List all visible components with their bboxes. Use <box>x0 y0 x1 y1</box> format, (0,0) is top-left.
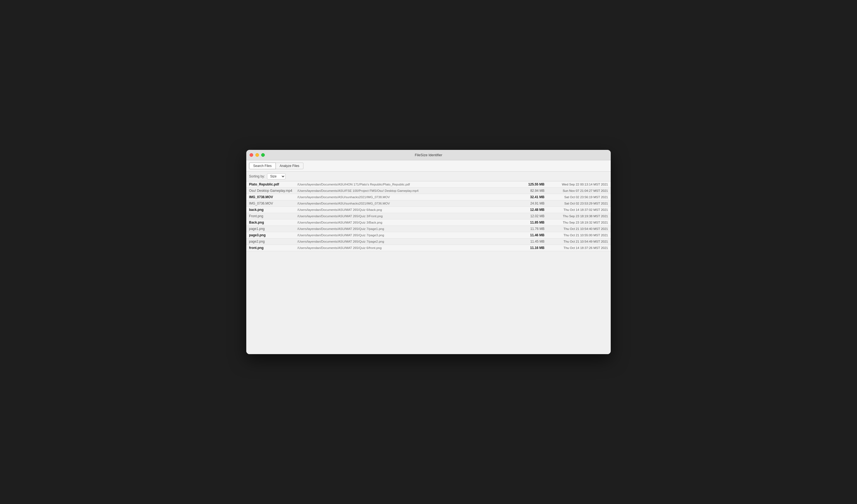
main-window: FileSize Identifier Search Files Analyze… <box>246 150 611 354</box>
table-row[interactable]: front.png/Users/layendan/Documents/ASU/M… <box>246 245 611 251</box>
file-date: Sat Oct 02 23:53:29 MST 2021 <box>544 202 608 205</box>
file-path: /Users/layendan/Documents/ASU/MAT 265/Qu… <box>297 215 520 218</box>
file-size: 32.41 MB <box>520 195 544 199</box>
maximize-button[interactable] <box>261 153 265 157</box>
table-row[interactable]: Front.png/Users/layendan/Documents/ASU/M… <box>246 213 611 219</box>
table-row[interactable]: IMG_0738.MOV/Users/layendan/Documents/AS… <box>246 194 611 200</box>
file-date: Thu Sep 23 18:19:38 MST 2021 <box>544 215 608 218</box>
minimize-button[interactable] <box>255 153 259 157</box>
tab-analyze-files[interactable]: Analyze Files <box>276 163 303 169</box>
tab-toolbar: Search Files Analyze Files <box>246 161 611 172</box>
file-path: /Users/layendan/Documents/ASU/MAT 265/Qu… <box>297 246 520 250</box>
file-date: Wed Sep 22 00:13:14 MST 2021 <box>544 183 608 186</box>
file-name: Plato_Republic.pdf <box>249 182 297 186</box>
file-date: Thu Sep 23 18:19:32 MST 2021 <box>544 221 608 224</box>
file-name: page1.png <box>249 227 297 231</box>
file-date: Thu Oct 14 18:37:02 MST 2021 <box>544 208 608 212</box>
file-size: 11.46 MB <box>520 233 544 237</box>
file-name: Front.png <box>249 214 297 218</box>
file-date: Sat Oct 02 23:56:19 MST 2021 <box>544 196 608 199</box>
table-row[interactable]: Back.png/Users/layendan/Documents/ASU/MA… <box>246 219 611 226</box>
file-date: Thu Oct 21 10:54:40 MST 2021 <box>544 227 608 231</box>
file-path: /Users/layendan/Documents/ASU/MAT 265/Qu… <box>297 234 520 237</box>
file-size: 11.45 MB <box>520 239 544 243</box>
file-name: page3.png <box>249 233 297 237</box>
file-size: 82.94 MB <box>520 189 544 193</box>
file-size: 12.02 MB <box>520 214 544 218</box>
file-path: /Users/layendan/Documents/ASU/HON 171/Pl… <box>297 183 520 186</box>
file-list: Plato_Republic.pdf/Users/layendan/Docume… <box>246 181 611 354</box>
sort-label: Sorting by: <box>249 174 265 178</box>
file-name: back.png <box>249 208 297 212</box>
file-name: IMG_0736.MOV <box>249 201 297 205</box>
file-size: 12.48 MB <box>520 208 544 212</box>
file-path: /Users/layendan/Documents/ASU/MAT 265/Qu… <box>297 240 520 243</box>
file-name: page2.png <box>249 239 297 243</box>
file-path: /Users/layendan/Documents/ASU/sunhacks20… <box>297 202 520 205</box>
file-name: IMG_0738.MOV <box>249 195 297 199</box>
table-row[interactable]: Plato_Republic.pdf/Users/layendan/Docume… <box>246 181 611 188</box>
file-path: /Users/layendan/Documents/ASU/sunhacks20… <box>297 196 520 199</box>
file-size: 11.85 MB <box>520 220 544 224</box>
title-bar: FileSize Identifier <box>246 150 611 161</box>
file-path: /Users/layendan/Documents/ASU/MAT 265/Qu… <box>297 221 520 224</box>
window-title: FileSize Identifier <box>415 153 442 157</box>
close-button[interactable] <box>250 153 253 157</box>
file-path: /Users/layendan/Documents/ASU/FSE 100/Pr… <box>297 189 520 192</box>
file-name: Osu! Desktop Gameplay.mp4 <box>249 189 297 193</box>
file-path: /Users/layendan/Documents/ASU/MAT 265/Qu… <box>297 208 520 212</box>
file-name: Back.png <box>249 220 297 224</box>
file-date: Thu Oct 14 18:37:26 MST 2021 <box>544 246 608 250</box>
file-date: Thu Oct 21 10:54:49 MST 2021 <box>544 240 608 243</box>
tab-search-files[interactable]: Search Files <box>249 163 276 169</box>
table-row[interactable]: page1.png/Users/layendan/Documents/ASU/M… <box>246 226 611 232</box>
file-size: 11.16 MB <box>520 246 544 250</box>
file-size: 125.55 MB <box>520 182 544 186</box>
file-date: Thu Oct 21 10:55:00 MST 2021 <box>544 234 608 237</box>
file-size: 11.76 MB <box>520 227 544 231</box>
file-name: front.png <box>249 246 297 250</box>
table-row[interactable]: Osu! Desktop Gameplay.mp4/Users/layendan… <box>246 188 611 194</box>
table-row[interactable]: page3.png/Users/layendan/Documents/ASU/M… <box>246 232 611 238</box>
file-size: 24.91 MB <box>520 201 544 205</box>
traffic-lights <box>250 153 265 157</box>
table-row[interactable]: back.png/Users/layendan/Documents/ASU/MA… <box>246 207 611 213</box>
table-row[interactable]: IMG_0736.MOV/Users/layendan/Documents/AS… <box>246 200 611 207</box>
file-path: /Users/layendan/Documents/ASU/MAT 265/Qu… <box>297 227 520 231</box>
sort-select[interactable]: Size Name Date <box>267 173 285 180</box>
file-date: Sun Nov 07 21:04:27 MST 2021 <box>544 189 608 192</box>
table-row[interactable]: page2.png/Users/layendan/Documents/ASU/M… <box>246 238 611 245</box>
sort-bar: Sorting by: Size Name Date <box>246 172 611 181</box>
